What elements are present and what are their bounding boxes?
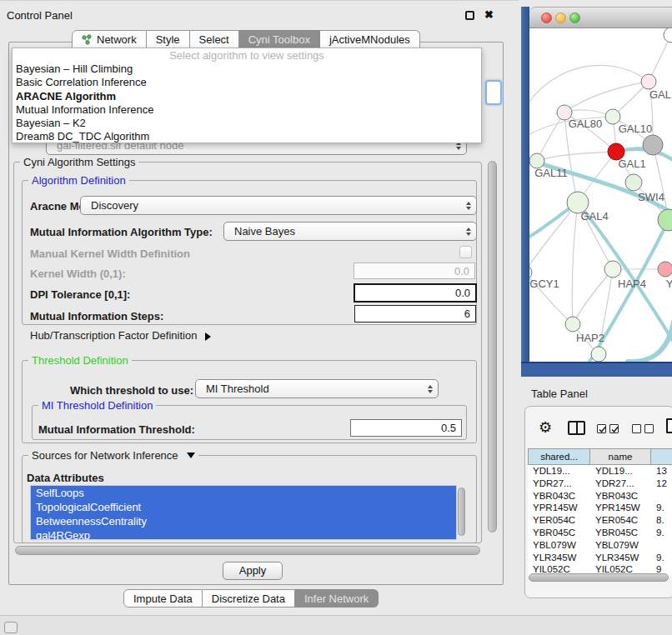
- table-row[interactable]: YDL19...YDL19...13: [528, 465, 672, 478]
- network-edge[interactable]: [537, 152, 616, 161]
- settings-vertical-scrollbar[interactable]: [488, 161, 497, 532]
- algorithm-option[interactable]: Dream8 DC_TDC Algorithm: [13, 130, 481, 143]
- network-edge[interactable]: [564, 82, 649, 112]
- kernel-width-field: 0.0: [354, 262, 475, 279]
- attribute-item[interactable]: SelfLoops: [31, 486, 456, 500]
- table-cell: YBL079W: [590, 539, 651, 552]
- settings-horizontal-scrollbar[interactable]: [15, 546, 480, 555]
- tab-discretize-data[interactable]: Discretize Data: [203, 589, 295, 608]
- node-label: Y: [666, 278, 672, 290]
- bottom-strip: [0, 615, 672, 635]
- network-edge[interactable]: [537, 112, 564, 161]
- attribute-item[interactable]: gal4RGexp: [31, 528, 456, 540]
- network-edge[interactable]: [529, 202, 578, 272]
- algorithm-option[interactable]: Bayesian – K2: [13, 117, 481, 130]
- aracne-mode-combo[interactable]: Discovery: [80, 196, 477, 215]
- algorithm-option[interactable]: ARACNE Algorithm: [13, 90, 481, 103]
- hub-section-toggle[interactable]: Hub/Transcription Factor Definition: [30, 329, 211, 342]
- columns-icon[interactable]: [568, 421, 585, 435]
- attributes-list-scrollbar[interactable]: [458, 488, 465, 536]
- traffic-minimize-button[interactable]: [555, 12, 566, 23]
- tab-select[interactable]: Select: [190, 30, 239, 49]
- unchecked-box-icon[interactable]: [632, 424, 641, 433]
- network-titlebar[interactable]: [529, 7, 672, 28]
- table-row[interactable]: YDR27...YDR27...12: [528, 478, 672, 490]
- algorithm-definition-title: Algorithm Definition: [28, 174, 129, 187]
- mi-steps-field[interactable]: 6: [354, 305, 476, 322]
- tab-label: Network: [97, 33, 137, 46]
- mi-type-value: Naive Bayes: [234, 225, 295, 238]
- network-node-hap4[interactable]: [604, 261, 621, 278]
- attribute-item[interactable]: BetweennessCentrality: [31, 514, 456, 528]
- tab-label: Infer Network: [304, 592, 369, 605]
- table-horizontal-scrollbar[interactable]: [529, 573, 669, 582]
- network-node[interactable]: [664, 28, 672, 42]
- table-row[interactable]: YER054CYER054C8.: [528, 514, 672, 527]
- column-header[interactable]: name: [590, 448, 651, 465]
- cyni-settings-title: Cyni Algorithm Settings: [20, 156, 138, 168]
- traffic-close-button[interactable]: [541, 12, 552, 23]
- network-node-y[interactable]: [658, 262, 672, 277]
- network-node[interactable]: [591, 347, 606, 362]
- network-node[interactable]: [658, 209, 672, 231]
- table-cell: YBR043C: [528, 490, 590, 502]
- tab-label: Discretize Data: [212, 592, 285, 605]
- combo-stepper-icon: [466, 202, 471, 210]
- table-cell: YBR045C: [528, 527, 590, 539]
- collapse-arrow-icon: [205, 332, 211, 341]
- network-edge[interactable]: [573, 269, 613, 324]
- network-canvas[interactable]: GALGAL80GAL10GAL1GAL11SWI4GAL4GCY1HAP4YH…: [529, 28, 672, 362]
- gear-icon[interactable]: ⚙: [539, 420, 552, 435]
- table-row[interactable]: YBL079WYBL079W: [528, 539, 672, 552]
- algorithm-option[interactable]: Bayesian – Hill Climbing: [13, 62, 481, 76]
- node-label: GAL1: [618, 158, 645, 170]
- attribute-item[interactable]: TopologicalCoefficient: [31, 500, 456, 514]
- table-cell: YDL19...: [528, 465, 590, 478]
- network-frame-left: [521, 7, 529, 377]
- network-edge[interactable]: [572, 202, 578, 324]
- which-threshold-combo[interactable]: MI Threshold: [195, 379, 439, 398]
- table-cell: YBR045C: [590, 527, 651, 539]
- table-cell: YDL19...: [590, 465, 651, 478]
- column-header[interactable]: shared...: [528, 448, 590, 465]
- table-row[interactable]: YPR145WYPR145W9.: [528, 502, 672, 514]
- tab-infer-network[interactable]: Infer Network: [295, 589, 379, 608]
- unchecked-box-icon[interactable]: [644, 424, 654, 433]
- close-icon[interactable]: ✖: [484, 9, 494, 20]
- algorithm-option[interactable]: Basic Correlation Inference: [13, 76, 481, 89]
- apply-button[interactable]: Apply: [223, 562, 283, 580]
- mi-type-combo[interactable]: Naive Bayes: [223, 222, 477, 241]
- table-row[interactable]: YBR043CYBR043C: [528, 490, 672, 502]
- table-row[interactable]: YBR045CYBR045C9.: [528, 527, 672, 539]
- sources-title-row[interactable]: Sources for Network Inference: [28, 449, 198, 462]
- table-row[interactable]: YLR345WYLR345W9.: [528, 552, 672, 564]
- network-node[interactable]: [643, 135, 663, 155]
- table-cell: 13: [651, 465, 672, 478]
- table-cell: YER054C: [590, 514, 651, 527]
- algorithm-option[interactable]: Mutual Information Inference: [13, 103, 481, 117]
- tab-impute-data[interactable]: Impute Data: [123, 589, 203, 608]
- dpi-tolerance-field[interactable]: 0.0: [354, 283, 477, 302]
- column-header[interactable]: A: [651, 448, 672, 465]
- network-node-swi4[interactable]: [625, 174, 642, 191]
- network-edge[interactable]: [529, 65, 649, 108]
- checked-box-icon[interactable]: [597, 424, 606, 433]
- network-window: GALGAL80GAL10GAL1GAL11SWI4GAL4GCY1HAP4YH…: [521, 7, 672, 377]
- tab-style[interactable]: Style: [147, 30, 190, 49]
- float-icon[interactable]: [465, 11, 474, 20]
- checked-box-icon[interactable]: [609, 424, 619, 433]
- tab-network[interactable]: Network: [72, 30, 147, 49]
- table-cell: YER054C: [528, 514, 590, 527]
- network-node-gal[interactable]: [641, 74, 656, 89]
- network-tab-icon: [82, 34, 93, 45]
- mi-threshold-field[interactable]: 0.5: [350, 419, 462, 437]
- tab-jactivemnodules[interactable]: jActiveMNodules: [320, 30, 420, 49]
- traffic-zoom-button[interactable]: [569, 12, 580, 23]
- collapsed-panel-button[interactable]: [4, 622, 18, 633]
- page-icon[interactable]: [666, 418, 672, 433]
- network-node-hap2[interactable]: [565, 317, 580, 332]
- table-cell: [651, 539, 672, 552]
- tab-cyni-toolbox[interactable]: Cyni Toolbox: [239, 30, 320, 49]
- table-cell: YLR345W: [528, 552, 590, 564]
- tab-label: Cyni Toolbox: [248, 33, 310, 46]
